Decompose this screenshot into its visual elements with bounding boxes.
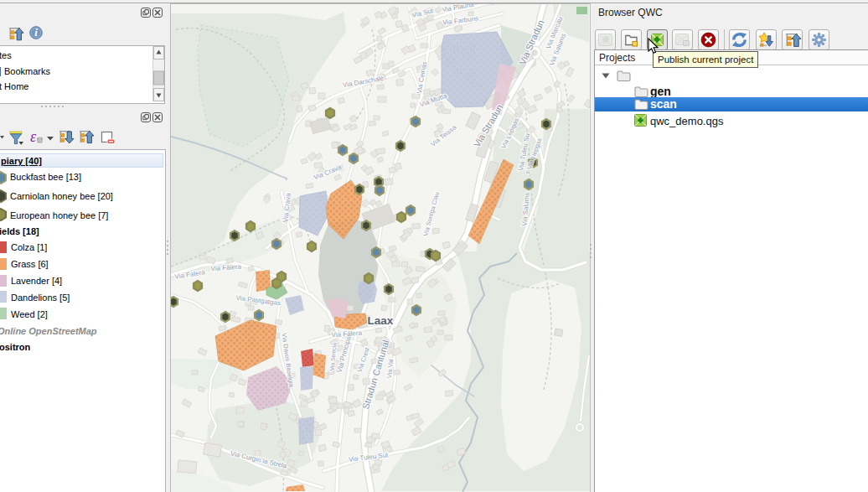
svg-text:i: i: [34, 26, 38, 39]
svg-text:ε: ε: [30, 129, 37, 145]
svg-text:Laax: Laax: [368, 314, 394, 327]
